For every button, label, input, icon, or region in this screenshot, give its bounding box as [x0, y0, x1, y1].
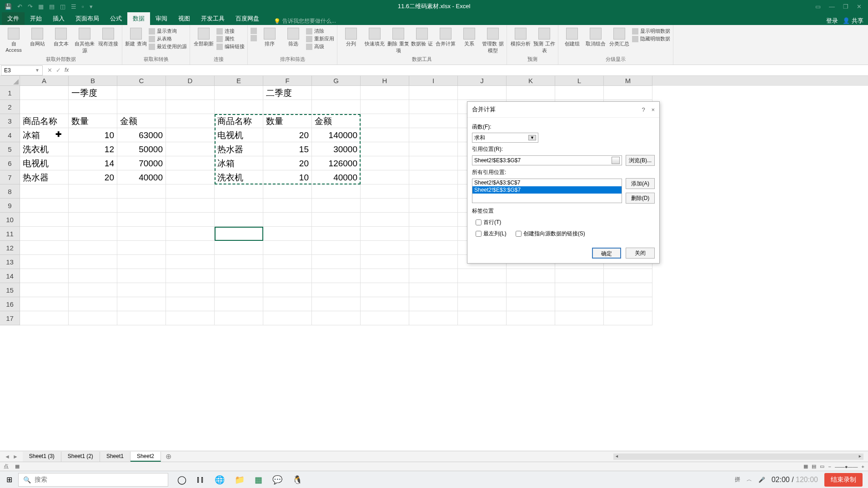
- cell[interactable]: [507, 297, 555, 311]
- macro-record-icon[interactable]: ▦: [15, 463, 20, 469]
- cell[interactable]: 热水器: [215, 142, 263, 156]
- cell[interactable]: [263, 213, 312, 227]
- cell[interactable]: [215, 255, 263, 269]
- cell[interactable]: [117, 269, 166, 283]
- cell[interactable]: [20, 283, 69, 297]
- row-header[interactable]: 3: [0, 114, 20, 128]
- cell[interactable]: [409, 142, 458, 156]
- cell[interactable]: [20, 184, 69, 199]
- horizontal-scrollbar[interactable]: [613, 453, 863, 460]
- cell[interactable]: [312, 100, 361, 114]
- cell[interactable]: 63000: [117, 128, 166, 142]
- cell[interactable]: [20, 100, 69, 114]
- cell[interactable]: [69, 184, 117, 199]
- qat-icon[interactable]: ☰: [71, 3, 76, 10]
- qat-icon[interactable]: ▫: [82, 3, 84, 10]
- cell[interactable]: [263, 184, 312, 199]
- cell[interactable]: [458, 283, 507, 297]
- sheet-nav-next-icon[interactable]: ►: [13, 453, 18, 460]
- cell[interactable]: 金额: [312, 114, 361, 128]
- cell[interactable]: 14: [69, 156, 117, 170]
- cell[interactable]: [166, 142, 215, 156]
- cell[interactable]: [117, 100, 166, 114]
- relationships-button[interactable]: 关系: [458, 28, 480, 47]
- cell[interactable]: [507, 283, 555, 297]
- cell[interactable]: [166, 213, 215, 227]
- cell[interactable]: 金额: [117, 114, 166, 128]
- qat-icon[interactable]: ▦: [38, 3, 44, 10]
- tab-baidu[interactable]: 百度网盘: [230, 12, 265, 25]
- cell[interactable]: 40000: [312, 170, 361, 184]
- cell[interactable]: [263, 297, 312, 311]
- cell[interactable]: 20: [263, 156, 312, 170]
- cell[interactable]: [361, 227, 409, 241]
- forecast-button[interactable]: 预测 工作表: [533, 28, 555, 54]
- cell[interactable]: [361, 86, 409, 100]
- cell[interactable]: [507, 311, 555, 325]
- hide-detail-button[interactable]: 隐藏明细数据: [632, 35, 670, 42]
- from-text-button[interactable]: 自文本: [50, 28, 72, 47]
- cell[interactable]: [20, 227, 69, 241]
- cell[interactable]: [263, 199, 312, 213]
- cell[interactable]: [409, 213, 458, 227]
- create-links-checkbox[interactable]: 创建指向源数据的链接(S): [516, 230, 585, 238]
- cell[interactable]: [604, 311, 652, 325]
- clear-filter-button[interactable]: 清除: [306, 28, 334, 35]
- data-validation-button[interactable]: 数据验 证: [411, 28, 433, 47]
- row-header[interactable]: 5: [0, 142, 20, 156]
- cell[interactable]: 洗衣机: [215, 170, 263, 184]
- cell[interactable]: [117, 86, 166, 100]
- tab-layout[interactable]: 页面布局: [70, 12, 105, 25]
- cell[interactable]: [361, 199, 409, 213]
- cell[interactable]: [409, 283, 458, 297]
- cell[interactable]: [409, 255, 458, 269]
- view-layout-icon[interactable]: ▤: [812, 463, 816, 469]
- dialog-close-icon[interactable]: ×: [651, 106, 655, 113]
- cell[interactable]: 140000: [312, 128, 361, 142]
- data-model-button[interactable]: 管理数 据模型: [482, 28, 504, 54]
- start-button[interactable]: ⊞: [0, 475, 18, 484]
- tab-file[interactable]: 文件: [2, 12, 25, 25]
- spreadsheet-grid[interactable]: ABCDEFGHIJKLM 1234567891011121314151617 …: [0, 76, 868, 330]
- cell[interactable]: [20, 86, 69, 100]
- sheet-nav-prev-icon[interactable]: ◄: [5, 453, 10, 460]
- cell[interactable]: [20, 241, 69, 255]
- group-button[interactable]: 创建组: [561, 28, 583, 47]
- cell[interactable]: [263, 255, 312, 269]
- cell[interactable]: 数量: [263, 114, 312, 128]
- cell[interactable]: [117, 255, 166, 269]
- cell[interactable]: [361, 311, 409, 325]
- cell[interactable]: [409, 199, 458, 213]
- row-header[interactable]: 7: [0, 170, 20, 184]
- tray-chevron-icon[interactable]: ︿: [747, 476, 752, 483]
- cell[interactable]: [604, 297, 652, 311]
- cell[interactable]: [312, 86, 361, 100]
- column-header[interactable]: M: [604, 76, 652, 86]
- text-to-columns-button[interactable]: 分列: [340, 28, 362, 47]
- cell[interactable]: [312, 199, 361, 213]
- cell[interactable]: [604, 283, 652, 297]
- cell[interactable]: 126000: [312, 156, 361, 170]
- cell[interactable]: 数量: [69, 114, 117, 128]
- cell[interactable]: [117, 199, 166, 213]
- delete-button[interactable]: 删除(D): [626, 193, 655, 204]
- cell[interactable]: [166, 311, 215, 325]
- cell[interactable]: [117, 213, 166, 227]
- login-button[interactable]: 登录: [826, 17, 838, 25]
- column-header[interactable]: B: [69, 76, 117, 86]
- column-header[interactable]: J: [458, 76, 507, 86]
- cell[interactable]: 15: [263, 142, 312, 156]
- reference-input[interactable]: Sheet2!$E$3:$G$7: [472, 155, 622, 165]
- row-header[interactable]: 12: [0, 241, 20, 255]
- row-header[interactable]: 13: [0, 255, 20, 269]
- windows-search-input[interactable]: 🔍 搜索: [18, 473, 168, 487]
- column-header[interactable]: A: [20, 76, 69, 86]
- cell[interactable]: [215, 184, 263, 199]
- cell[interactable]: [312, 255, 361, 269]
- cell[interactable]: [361, 255, 409, 269]
- name-box[interactable]: E3▼: [1, 65, 43, 75]
- cell[interactable]: [409, 156, 458, 170]
- column-header[interactable]: L: [555, 76, 604, 86]
- cell[interactable]: [312, 297, 361, 311]
- cell[interactable]: [409, 297, 458, 311]
